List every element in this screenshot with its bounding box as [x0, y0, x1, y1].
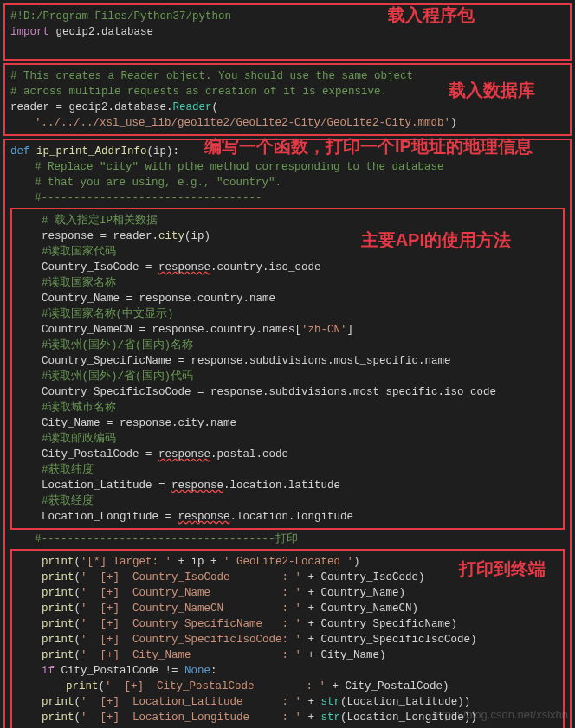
code-line: Country_IsoCode = response.country.iso_c… [17, 260, 558, 275]
comment-line: #读取州(国外)/省(国内)名称 [42, 339, 193, 351]
code-line: Location_Latitude = response.location.la… [17, 478, 558, 493]
code-line: response = reader.city(ip) [17, 229, 558, 244]
code-line: Country_NameCN = response.country.names[… [17, 322, 558, 338]
comment-line: #读取国家名称 [42, 277, 116, 289]
block-function: 编写一个函数，打印一个IP地址的地理信息 def ip_print_AddrIn… [3, 139, 572, 728]
code-line: Location_Longitude = response.location.l… [17, 509, 558, 525]
code-line: print(' [+] City_Name : ' + City_Name) [17, 647, 558, 663]
comment-line: #------------------------------------打印 [35, 533, 298, 545]
comment-line: #---------------------------------- [35, 192, 262, 204]
code-line: print(' [+] City_PostalCode : ' + City_P… [17, 679, 558, 694]
watermark: https://blog.csdn.net/xslxhn [432, 707, 568, 723]
code-line: print(' [+] Country_Name : ' + Country_N… [17, 585, 558, 601]
code-line: print(' [+] Country_SpecificName : ' + C… [17, 616, 558, 632]
code-line: City_Name = response.city.name [17, 416, 558, 431]
comment-line: #读取国家代码 [42, 246, 116, 258]
comment-line: # Replace "city" with pthe method corres… [35, 161, 444, 173]
def-line: def ip_print_AddrInfo(ip): [10, 144, 565, 159]
comment-line: #读取邮政编码 [42, 433, 116, 445]
code-line: print('[*] Target: ' + ip + ' GeoLite2-L… [17, 554, 558, 570]
block-api: 主要API的使用方法 # 载入指定IP相关数据 response = reade… [10, 208, 565, 530]
code-line: if City_PostalCode != None: [17, 663, 558, 679]
comment-line: #读取国家名称(中文显示) [42, 308, 174, 320]
shebang-comment: #!D:/Program Files/Python37/python [10, 10, 231, 23]
comment-line: #读取城市名称 [42, 402, 116, 414]
block-reader: 载入数据库 # This creates a Reader object. Yo… [3, 63, 572, 136]
comment-line: # This creates a Reader object. You shou… [10, 70, 413, 82]
code-line: reader = geoip2.database.Reader( [10, 100, 565, 115]
code-line: Country_Name = response.country.name [17, 291, 558, 306]
code-line: City_PostalCode = response.postal.code [17, 447, 558, 462]
block-import: 载入程序包 #!D:/Program Files/Python37/python… [3, 3, 572, 61]
code-line: #!D:/Program Files/Python37/python [10, 9, 565, 24]
module-name: geoip2.database [49, 26, 153, 38]
code-line: print(' [+] Country_SpecificIsoCode: ' +… [17, 632, 558, 647]
block-print: 打印到终端 print('[*] Target: ' + ip + ' GeoL… [10, 549, 565, 728]
comment-line: #读取州(国外)/省(国内)代码 [42, 370, 193, 383]
comment-line: #获取纬度 [42, 464, 94, 476]
comment-line: #获取经度 [42, 495, 94, 507]
import-keyword: import [10, 26, 49, 38]
code-line: '../../../xsl_use_lib/geolite2/GeoLite2-… [10, 115, 565, 131]
code-line: print(' [+] Country_IsoCode : ' + Countr… [17, 570, 558, 585]
code-line: print(' [+] Country_NameCN : ' + Country… [17, 601, 558, 616]
comment-line: # 载入指定IP相关数据 [42, 215, 158, 227]
code-line: Country_SpecificIsoCode = response.subdi… [17, 384, 558, 400]
code-line: Country_SpecificName = response.subdivis… [17, 353, 558, 369]
comment-line: # across multiple requests as creation o… [10, 86, 387, 98]
comment-line: # that you are using, e.g., "country". [35, 177, 281, 189]
code-line: import geoip2.database [10, 24, 565, 40]
